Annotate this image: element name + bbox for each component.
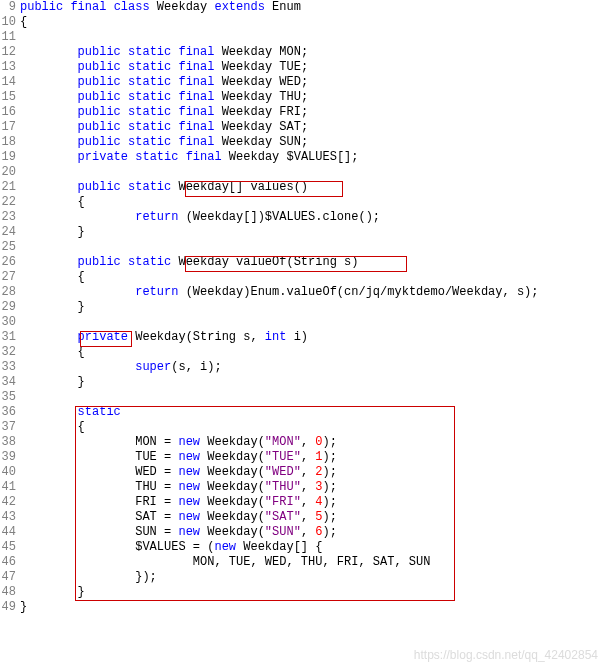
code-line: 46 MON, TUE, WED, THU, FRI, SAT, SUN: [0, 555, 604, 570]
line-number: 33: [0, 360, 20, 375]
line-number: 31: [0, 330, 20, 345]
code-content: MON, TUE, WED, THU, FRI, SAT, SUN: [20, 555, 604, 570]
line-number: 25: [0, 240, 20, 255]
code-content: public static Weekday valueOf(String s): [20, 255, 604, 270]
code-line: 12 public static final Weekday MON;: [0, 45, 604, 60]
line-number: 47: [0, 570, 20, 585]
code-line: 27 {: [0, 270, 604, 285]
line-number: 28: [0, 285, 20, 300]
code-line: 42 FRI = new Weekday("FRI", 4);: [0, 495, 604, 510]
code-line: 30: [0, 315, 604, 330]
line-number: 19: [0, 150, 20, 165]
code-line: 26 public static Weekday valueOf(String …: [0, 255, 604, 270]
line-number: 13: [0, 60, 20, 75]
code-line: 22 {: [0, 195, 604, 210]
line-number: 16: [0, 105, 20, 120]
line-number: 23: [0, 210, 20, 225]
code-content: public static final Weekday WED;: [20, 75, 604, 90]
code-content: }: [20, 300, 604, 315]
code-content: [20, 390, 604, 405]
code-content: return (Weekday[])$VALUES.clone();: [20, 210, 604, 225]
code-line: 18 public static final Weekday SUN;: [0, 135, 604, 150]
line-number: 44: [0, 525, 20, 540]
code-line: 39 TUE = new Weekday("TUE", 1);: [0, 450, 604, 465]
code-line: 21 public static Weekday[] values(): [0, 180, 604, 195]
code-line: 33 super(s, i);: [0, 360, 604, 375]
code-line: 37 {: [0, 420, 604, 435]
code-line: 14 public static final Weekday WED;: [0, 75, 604, 90]
line-number: 11: [0, 30, 20, 45]
code-line: 16 public static final Weekday FRI;: [0, 105, 604, 120]
line-number: 29: [0, 300, 20, 315]
code-line: 28 return (Weekday)Enum.valueOf(cn/jq/my…: [0, 285, 604, 300]
code-content: public static final Weekday SAT;: [20, 120, 604, 135]
code-line: 38 MON = new Weekday("MON", 0);: [0, 435, 604, 450]
line-number: 35: [0, 390, 20, 405]
code-content: return (Weekday)Enum.valueOf(cn/jq/myktd…: [20, 285, 604, 300]
code-content: [20, 165, 604, 180]
code-content: {: [20, 195, 604, 210]
code-content: });: [20, 570, 604, 585]
line-number: 9: [0, 0, 20, 15]
code-line: 10{: [0, 15, 604, 30]
code-content: {: [20, 270, 604, 285]
line-number: 39: [0, 450, 20, 465]
line-number: 21: [0, 180, 20, 195]
code-content: public static final Weekday TUE;: [20, 60, 604, 75]
code-line: 40 WED = new Weekday("WED", 2);: [0, 465, 604, 480]
watermark: https://blog.csdn.net/qq_42402854: [414, 648, 598, 663]
line-number: 22: [0, 195, 20, 210]
code-content: THU = new Weekday("THU", 3);: [20, 480, 604, 495]
code-content: [20, 315, 604, 330]
code-content: }: [20, 585, 604, 600]
line-number: 43: [0, 510, 20, 525]
line-number: 38: [0, 435, 20, 450]
code-content: public static final Weekday THU;: [20, 90, 604, 105]
code-content: static: [20, 405, 604, 420]
code-line: 17 public static final Weekday SAT;: [0, 120, 604, 135]
code-line: 19 private static final Weekday $VALUES[…: [0, 150, 604, 165]
code-line: 36 static: [0, 405, 604, 420]
line-number: 42: [0, 495, 20, 510]
code-line: 9public final class Weekday extends Enum: [0, 0, 604, 15]
code-content: SUN = new Weekday("SUN", 6);: [20, 525, 604, 540]
code-content: {: [20, 345, 604, 360]
code-content: $VALUES = (new Weekday[] {: [20, 540, 604, 555]
code-content: private static final Weekday $VALUES[];: [20, 150, 604, 165]
code-content: super(s, i);: [20, 360, 604, 375]
code-content: FRI = new Weekday("FRI", 4);: [20, 495, 604, 510]
code-line: 41 THU = new Weekday("THU", 3);: [0, 480, 604, 495]
code-content: public static final Weekday SUN;: [20, 135, 604, 150]
code-line: 32 {: [0, 345, 604, 360]
code-line: 31 private Weekday(String s, int i): [0, 330, 604, 345]
line-number: 40: [0, 465, 20, 480]
code-line: 49}: [0, 600, 604, 615]
code-content: public static final Weekday FRI;: [20, 105, 604, 120]
code-line: 20: [0, 165, 604, 180]
code-line: 48 }: [0, 585, 604, 600]
line-number: 41: [0, 480, 20, 495]
line-number: 27: [0, 270, 20, 285]
line-number: 14: [0, 75, 20, 90]
code-line: 23 return (Weekday[])$VALUES.clone();: [0, 210, 604, 225]
code-line: 35: [0, 390, 604, 405]
line-number: 30: [0, 315, 20, 330]
code-content: private Weekday(String s, int i): [20, 330, 604, 345]
code-line: 13 public static final Weekday TUE;: [0, 60, 604, 75]
code-line: 24 }: [0, 225, 604, 240]
line-number: 15: [0, 90, 20, 105]
code-content: public final class Weekday extends Enum: [20, 0, 604, 15]
code-content: SAT = new Weekday("SAT", 5);: [20, 510, 604, 525]
code-content: TUE = new Weekday("TUE", 1);: [20, 450, 604, 465]
code-content: }: [20, 225, 604, 240]
code-viewer: 9public final class Weekday extends Enum…: [0, 0, 604, 615]
line-number: 36: [0, 405, 20, 420]
code-content: }: [20, 600, 604, 615]
code-line: 29 }: [0, 300, 604, 315]
line-number: 34: [0, 375, 20, 390]
line-number: 12: [0, 45, 20, 60]
code-content: public static final Weekday MON;: [20, 45, 604, 60]
line-number: 49: [0, 600, 20, 615]
code-line: 44 SUN = new Weekday("SUN", 6);: [0, 525, 604, 540]
code-content: public static Weekday[] values(): [20, 180, 604, 195]
